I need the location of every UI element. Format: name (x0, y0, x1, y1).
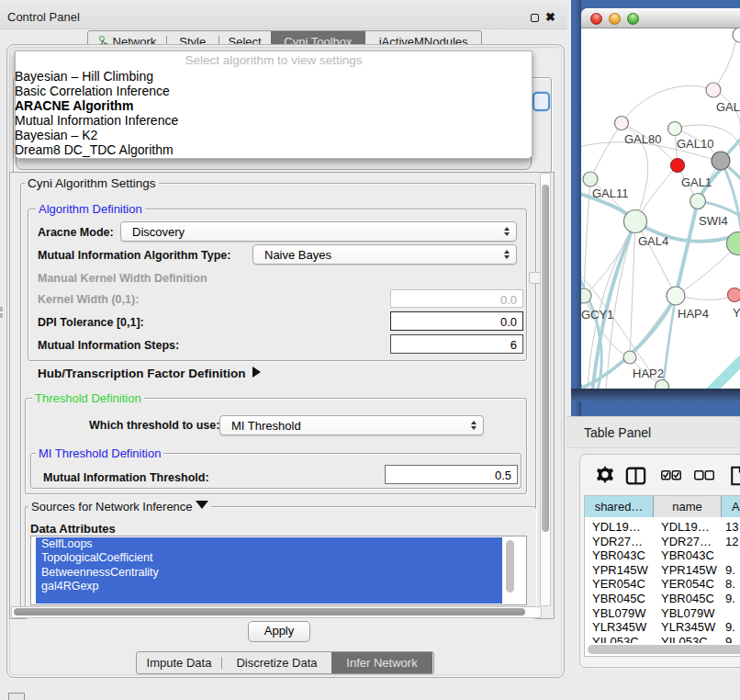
svg-text:GAL4: GAL4 (638, 234, 668, 248)
svg-text:GAL: GAL (716, 100, 740, 114)
svg-text:GCY1: GCY1 (581, 308, 613, 322)
svg-text:GAL1: GAL1 (681, 175, 712, 189)
svg-text:GAL11: GAL11 (592, 186, 629, 200)
svg-text:GAL10: GAL10 (677, 137, 713, 151)
svg-text:HAP2: HAP2 (633, 367, 664, 380)
svg-text:SWI4: SWI4 (699, 214, 728, 228)
svg-text:Y: Y (733, 306, 740, 320)
svg-text:GAL80: GAL80 (624, 132, 661, 146)
svg-text:HAP4: HAP4 (678, 307, 709, 321)
